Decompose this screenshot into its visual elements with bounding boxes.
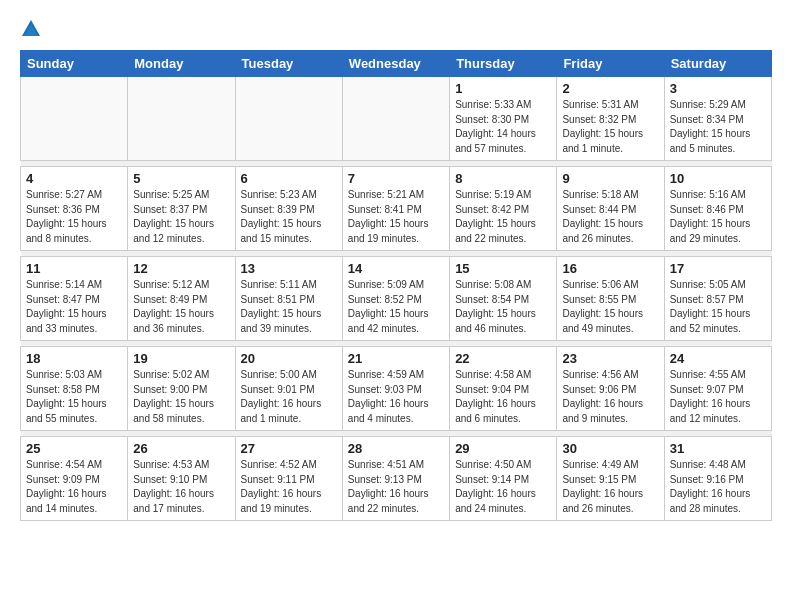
day-number: 17 <box>670 261 766 276</box>
weekday-header: Tuesday <box>235 51 342 77</box>
calendar-cell: 14Sunrise: 5:09 AM Sunset: 8:52 PM Dayli… <box>342 257 449 341</box>
day-info: Sunrise: 4:50 AM Sunset: 9:14 PM Dayligh… <box>455 458 551 516</box>
calendar-cell: 29Sunrise: 4:50 AM Sunset: 9:14 PM Dayli… <box>450 437 557 521</box>
calendar-cell: 12Sunrise: 5:12 AM Sunset: 8:49 PM Dayli… <box>128 257 235 341</box>
day-number: 14 <box>348 261 444 276</box>
calendar-cell: 30Sunrise: 4:49 AM Sunset: 9:15 PM Dayli… <box>557 437 664 521</box>
calendar-week-row: 18Sunrise: 5:03 AM Sunset: 8:58 PM Dayli… <box>21 347 772 431</box>
day-info: Sunrise: 5:12 AM Sunset: 8:49 PM Dayligh… <box>133 278 229 336</box>
day-number: 25 <box>26 441 122 456</box>
calendar-cell: 22Sunrise: 4:58 AM Sunset: 9:04 PM Dayli… <box>450 347 557 431</box>
day-info: Sunrise: 5:02 AM Sunset: 9:00 PM Dayligh… <box>133 368 229 426</box>
day-info: Sunrise: 4:52 AM Sunset: 9:11 PM Dayligh… <box>241 458 337 516</box>
calendar-cell: 13Sunrise: 5:11 AM Sunset: 8:51 PM Dayli… <box>235 257 342 341</box>
calendar-cell: 21Sunrise: 4:59 AM Sunset: 9:03 PM Dayli… <box>342 347 449 431</box>
day-number: 13 <box>241 261 337 276</box>
day-info: Sunrise: 4:59 AM Sunset: 9:03 PM Dayligh… <box>348 368 444 426</box>
day-number: 15 <box>455 261 551 276</box>
day-info: Sunrise: 5:18 AM Sunset: 8:44 PM Dayligh… <box>562 188 658 246</box>
day-number: 20 <box>241 351 337 366</box>
calendar-cell: 18Sunrise: 5:03 AM Sunset: 8:58 PM Dayli… <box>21 347 128 431</box>
day-number: 24 <box>670 351 766 366</box>
calendar-week-row: 11Sunrise: 5:14 AM Sunset: 8:47 PM Dayli… <box>21 257 772 341</box>
day-info: Sunrise: 5:29 AM Sunset: 8:34 PM Dayligh… <box>670 98 766 156</box>
weekday-header: Sunday <box>21 51 128 77</box>
day-info: Sunrise: 5:03 AM Sunset: 8:58 PM Dayligh… <box>26 368 122 426</box>
day-info: Sunrise: 5:19 AM Sunset: 8:42 PM Dayligh… <box>455 188 551 246</box>
calendar-cell <box>128 77 235 161</box>
day-number: 2 <box>562 81 658 96</box>
day-number: 7 <box>348 171 444 186</box>
calendar-cell: 4Sunrise: 5:27 AM Sunset: 8:36 PM Daylig… <box>21 167 128 251</box>
calendar-cell: 15Sunrise: 5:08 AM Sunset: 8:54 PM Dayli… <box>450 257 557 341</box>
day-info: Sunrise: 5:25 AM Sunset: 8:37 PM Dayligh… <box>133 188 229 246</box>
day-info: Sunrise: 5:27 AM Sunset: 8:36 PM Dayligh… <box>26 188 122 246</box>
header <box>20 16 772 40</box>
day-number: 29 <box>455 441 551 456</box>
calendar-cell: 25Sunrise: 4:54 AM Sunset: 9:09 PM Dayli… <box>21 437 128 521</box>
calendar-week-row: 1Sunrise: 5:33 AM Sunset: 8:30 PM Daylig… <box>21 77 772 161</box>
calendar-cell: 5Sunrise: 5:25 AM Sunset: 8:37 PM Daylig… <box>128 167 235 251</box>
day-number: 26 <box>133 441 229 456</box>
day-info: Sunrise: 5:16 AM Sunset: 8:46 PM Dayligh… <box>670 188 766 246</box>
day-info: Sunrise: 4:51 AM Sunset: 9:13 PM Dayligh… <box>348 458 444 516</box>
calendar-cell: 8Sunrise: 5:19 AM Sunset: 8:42 PM Daylig… <box>450 167 557 251</box>
calendar-cell <box>235 77 342 161</box>
day-number: 16 <box>562 261 658 276</box>
day-info: Sunrise: 5:09 AM Sunset: 8:52 PM Dayligh… <box>348 278 444 336</box>
calendar-cell: 10Sunrise: 5:16 AM Sunset: 8:46 PM Dayli… <box>664 167 771 251</box>
day-info: Sunrise: 4:54 AM Sunset: 9:09 PM Dayligh… <box>26 458 122 516</box>
day-number: 6 <box>241 171 337 186</box>
day-info: Sunrise: 5:11 AM Sunset: 8:51 PM Dayligh… <box>241 278 337 336</box>
calendar-cell: 31Sunrise: 4:48 AM Sunset: 9:16 PM Dayli… <box>664 437 771 521</box>
day-info: Sunrise: 5:08 AM Sunset: 8:54 PM Dayligh… <box>455 278 551 336</box>
day-info: Sunrise: 5:05 AM Sunset: 8:57 PM Dayligh… <box>670 278 766 336</box>
calendar-cell: 20Sunrise: 5:00 AM Sunset: 9:01 PM Dayli… <box>235 347 342 431</box>
calendar-cell: 6Sunrise: 5:23 AM Sunset: 8:39 PM Daylig… <box>235 167 342 251</box>
calendar-cell: 9Sunrise: 5:18 AM Sunset: 8:44 PM Daylig… <box>557 167 664 251</box>
calendar-week-row: 4Sunrise: 5:27 AM Sunset: 8:36 PM Daylig… <box>21 167 772 251</box>
weekday-header: Friday <box>557 51 664 77</box>
calendar-cell: 11Sunrise: 5:14 AM Sunset: 8:47 PM Dayli… <box>21 257 128 341</box>
weekday-header-row: SundayMondayTuesdayWednesdayThursdayFrid… <box>21 51 772 77</box>
calendar-cell: 24Sunrise: 4:55 AM Sunset: 9:07 PM Dayli… <box>664 347 771 431</box>
day-info: Sunrise: 4:53 AM Sunset: 9:10 PM Dayligh… <box>133 458 229 516</box>
calendar-week-row: 25Sunrise: 4:54 AM Sunset: 9:09 PM Dayli… <box>21 437 772 521</box>
calendar-cell: 23Sunrise: 4:56 AM Sunset: 9:06 PM Dayli… <box>557 347 664 431</box>
day-info: Sunrise: 5:06 AM Sunset: 8:55 PM Dayligh… <box>562 278 658 336</box>
calendar-cell: 7Sunrise: 5:21 AM Sunset: 8:41 PM Daylig… <box>342 167 449 251</box>
calendar-table: SundayMondayTuesdayWednesdayThursdayFrid… <box>20 50 772 521</box>
day-number: 8 <box>455 171 551 186</box>
day-info: Sunrise: 4:56 AM Sunset: 9:06 PM Dayligh… <box>562 368 658 426</box>
calendar-cell: 17Sunrise: 5:05 AM Sunset: 8:57 PM Dayli… <box>664 257 771 341</box>
calendar-cell <box>21 77 128 161</box>
day-number: 18 <box>26 351 122 366</box>
logo-icon <box>20 18 42 40</box>
weekday-header: Thursday <box>450 51 557 77</box>
day-number: 27 <box>241 441 337 456</box>
calendar-cell: 26Sunrise: 4:53 AM Sunset: 9:10 PM Dayli… <box>128 437 235 521</box>
day-info: Sunrise: 5:33 AM Sunset: 8:30 PM Dayligh… <box>455 98 551 156</box>
calendar-cell: 1Sunrise: 5:33 AM Sunset: 8:30 PM Daylig… <box>450 77 557 161</box>
day-number: 11 <box>26 261 122 276</box>
day-number: 23 <box>562 351 658 366</box>
day-number: 4 <box>26 171 122 186</box>
day-number: 12 <box>133 261 229 276</box>
day-number: 9 <box>562 171 658 186</box>
day-number: 3 <box>670 81 766 96</box>
day-info: Sunrise: 5:14 AM Sunset: 8:47 PM Dayligh… <box>26 278 122 336</box>
day-number: 21 <box>348 351 444 366</box>
day-number: 10 <box>670 171 766 186</box>
day-number: 30 <box>562 441 658 456</box>
day-info: Sunrise: 5:00 AM Sunset: 9:01 PM Dayligh… <box>241 368 337 426</box>
day-info: Sunrise: 5:23 AM Sunset: 8:39 PM Dayligh… <box>241 188 337 246</box>
calendar-cell: 19Sunrise: 5:02 AM Sunset: 9:00 PM Dayli… <box>128 347 235 431</box>
day-number: 22 <box>455 351 551 366</box>
logo <box>20 16 46 40</box>
calendar-cell: 3Sunrise: 5:29 AM Sunset: 8:34 PM Daylig… <box>664 77 771 161</box>
day-info: Sunrise: 4:49 AM Sunset: 9:15 PM Dayligh… <box>562 458 658 516</box>
day-info: Sunrise: 4:55 AM Sunset: 9:07 PM Dayligh… <box>670 368 766 426</box>
day-info: Sunrise: 4:48 AM Sunset: 9:16 PM Dayligh… <box>670 458 766 516</box>
day-number: 19 <box>133 351 229 366</box>
day-number: 31 <box>670 441 766 456</box>
